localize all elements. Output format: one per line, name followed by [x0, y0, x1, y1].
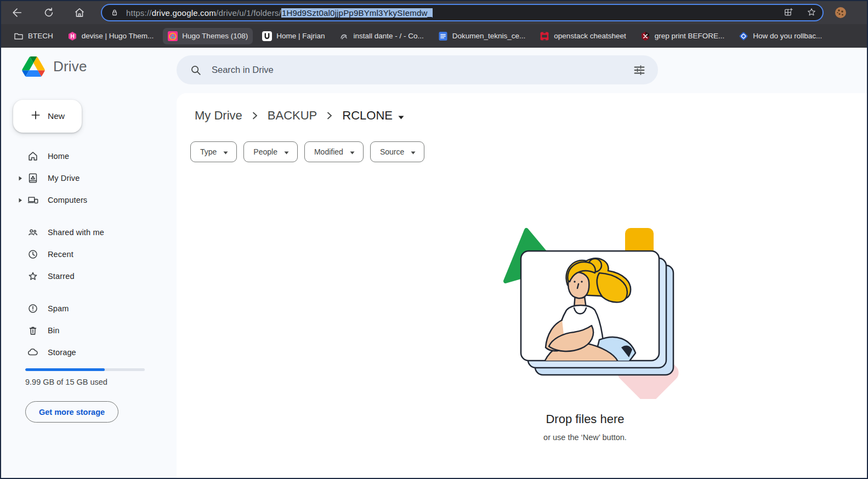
breadcrumb-rclone[interactable]: RCLONE: [338, 106, 409, 125]
lock-icon[interactable]: [110, 8, 120, 18]
bookmark-dokumen-teknis[interactable]: Dokumen_teknis_ce...: [433, 28, 531, 44]
hugo-themes-icon: [168, 31, 178, 41]
split-screen-icon[interactable]: [783, 7, 794, 19]
storage-progress-fill: [25, 368, 105, 371]
bookmark-openstack[interactable]: openstack cheatsheet: [535, 28, 631, 44]
filter-tune-icon[interactable]: [629, 60, 649, 80]
filter-chips: Type People Modified Source: [190, 141, 424, 162]
google-docs-icon: [438, 31, 448, 41]
sidebar-item-computers[interactable]: Computers: [5, 189, 170, 211]
drive-page: Drive New Home: [1, 48, 867, 478]
clock-icon: [26, 248, 39, 260]
breadcrumb-my-drive[interactable]: My Drive: [190, 106, 247, 125]
back-icon[interactable]: [10, 5, 24, 20]
sidebar-item-home[interactable]: Home: [5, 145, 170, 167]
reload-icon[interactable]: [42, 5, 56, 20]
star-icon: [26, 270, 39, 282]
sidebar-item-shared-with-me[interactable]: Shared with me: [5, 221, 170, 243]
chevron-right-icon: [327, 111, 332, 120]
blue-diamond-icon: [739, 31, 748, 41]
browser-window: https://drive.google.com/drive/u/1/folde…: [0, 0, 868, 479]
empty-state-subtitle: or use the ‘New’ button.: [475, 433, 695, 442]
computers-icon: [26, 194, 39, 206]
sidebar-item-storage[interactable]: Storage: [5, 341, 170, 363]
filter-chip-people[interactable]: People: [243, 141, 298, 162]
url-selected-folder-id: 1H9d9Szt0al0jjpPp9BYml3YkySIemdw_: [281, 8, 433, 18]
bookmark-grep-print[interactable]: grep print BEFORE...: [636, 28, 730, 44]
home-icon[interactable]: [72, 5, 87, 20]
sidebar-item-starred[interactable]: Starred: [5, 265, 170, 287]
book-icon: [262, 31, 272, 41]
filter-chip-source[interactable]: Source: [370, 141, 424, 162]
chevron-down-icon: [223, 147, 228, 156]
plus-icon: [30, 110, 41, 123]
chevron-right-icon: [252, 111, 258, 120]
bookmark-home-fajrian[interactable]: Home | Fajrian: [257, 28, 330, 44]
sidebar-item-bin[interactable]: Bin: [5, 320, 170, 341]
search-icon[interactable]: [190, 64, 202, 76]
filter-chip-type[interactable]: Type: [190, 141, 237, 162]
knot-icon: [339, 31, 349, 41]
my-drive-icon: [26, 172, 39, 184]
search-input[interactable]: [212, 65, 629, 75]
favorite-star-icon[interactable]: [806, 7, 817, 19]
expand-caret-icon[interactable]: [14, 176, 26, 181]
drive-logo-block[interactable]: Drive: [22, 56, 87, 77]
chevron-down-icon: [350, 147, 355, 156]
storage-usage-text: 9.99 GB of 15 GB used: [25, 378, 107, 386]
get-more-storage-button[interactable]: Get more storage: [25, 401, 118, 423]
empty-state-illustration: [492, 218, 689, 401]
expand-caret-icon[interactable]: [14, 198, 26, 203]
bookmark-devise[interactable]: H devise | Hugo Them...: [63, 28, 159, 44]
openstack-icon: [540, 31, 549, 41]
shared-people-icon: [26, 226, 39, 238]
filter-chip-modified[interactable]: Modified: [304, 141, 364, 162]
sidebar-item-my-drive[interactable]: My Drive: [5, 167, 170, 189]
new-button[interactable]: New: [13, 100, 82, 133]
spam-exclamation-icon: [26, 303, 39, 315]
bookmark-btech[interactable]: BTECH: [9, 28, 58, 44]
breadcrumb-backup[interactable]: BACKUP: [263, 106, 321, 125]
svg-text:H: H: [70, 33, 74, 39]
sidebar-nav: Home My Drive Computers: [5, 145, 170, 363]
breadcrumb: My Drive BACKUP RCLONE: [190, 106, 409, 125]
chevron-down-icon: [398, 109, 404, 123]
browser-toolbar: https://drive.google.com/drive/u/1/folde…: [1, 1, 867, 24]
sidebar-item-recent[interactable]: Recent: [5, 243, 170, 265]
app-title: Drive: [53, 58, 87, 75]
chevron-down-icon: [411, 147, 416, 156]
url-bar[interactable]: https://drive.google.com/drive/u/1/folde…: [101, 4, 824, 21]
trash-icon: [26, 324, 39, 337]
search-bar[interactable]: [177, 55, 658, 84]
cookie-icon[interactable]: [833, 5, 848, 20]
file-list-area: My Drive BACKUP RCLONE Type: [177, 93, 867, 478]
bookmark-hugo-themes[interactable]: Hugo Themes (108): [163, 28, 253, 44]
devise-h-icon: H: [67, 31, 77, 41]
cloud-icon: [26, 346, 39, 358]
folder-icon: [14, 31, 24, 41]
home-icon: [26, 150, 39, 162]
url-text: https://drive.google.com/drive/u/1/folde…: [126, 8, 779, 18]
chevron-down-icon: [284, 147, 289, 156]
shield-x-icon: [640, 31, 650, 41]
storage-progress: [25, 368, 145, 371]
bookmark-install-dante[interactable]: install dante - / - Co...: [334, 28, 428, 44]
drive-logo-icon: [22, 56, 45, 77]
empty-state-title: Drop files here: [475, 412, 695, 426]
bookmark-rollback[interactable]: How do you rollbac...: [734, 28, 827, 44]
sidebar-item-spam[interactable]: Spam: [5, 298, 170, 320]
bookmarks-bar: BTECH H devise | Hugo Them... Hugo Theme…: [1, 24, 867, 48]
